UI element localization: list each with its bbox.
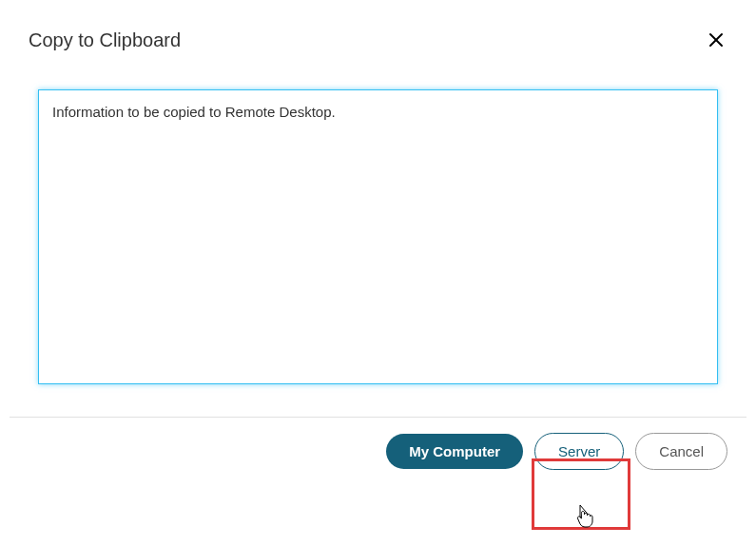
cancel-button[interactable]: Cancel [635, 433, 727, 470]
server-button[interactable]: Server [534, 433, 624, 470]
dialog-title: Copy to Clipboard [29, 29, 181, 51]
close-button[interactable] [705, 29, 727, 51]
dialog-header: Copy to Clipboard [0, 0, 756, 51]
pointer-cursor-icon [573, 503, 594, 532]
button-bar: My Computer Server Cancel [0, 418, 756, 489]
my-computer-button[interactable]: My Computer [386, 434, 523, 469]
content-area [0, 51, 756, 417]
clipboard-textarea[interactable] [38, 89, 718, 384]
